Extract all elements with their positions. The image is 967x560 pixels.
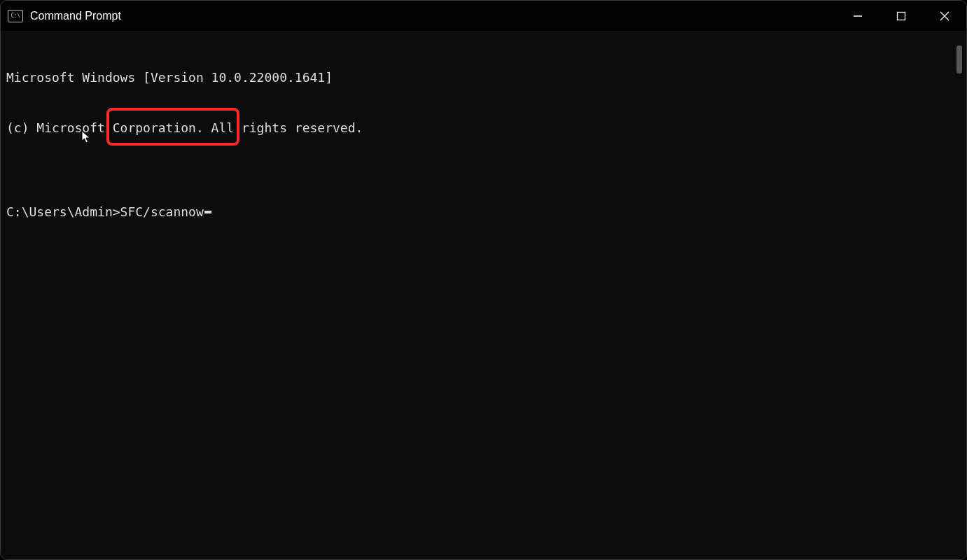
window-controls [836,1,966,31]
maximize-icon [896,11,906,21]
minimize-icon [853,11,863,21]
minimize-button[interactable] [836,1,879,31]
terminal-content[interactable]: Microsoft Windows [Version 10.0.22000.16… [1,31,966,559]
scrollbar-thumb[interactable] [956,46,962,74]
titlebar[interactable]: C:\ Command Prompt [1,1,966,31]
window-title: Command Prompt [30,10,121,22]
terminal-prompt: C:\Users\Admin> [6,204,120,220]
terminal-line-copyright: (c) Microsoft Corporation. All rights re… [6,120,961,136]
scrollbar-track[interactable] [955,2,965,558]
command-prompt-icon: C:\ [8,10,23,22]
close-icon [940,11,949,21]
command-prompt-window: C:\ Command Prompt [0,0,967,560]
svg-rect-1 [898,12,905,20]
app-icon-label: C:\ [11,13,20,19]
terminal-prompt-line: C:\Users\Admin>SFC/scannow [6,204,961,220]
titlebar-left: C:\ Command Prompt [8,10,121,22]
text-cursor [204,211,211,214]
terminal-command[interactable]: SFC/scannow [120,204,204,220]
terminal-line-version: Microsoft Windows [Version 10.0.22000.16… [6,69,961,86]
maximize-button[interactable] [879,1,923,31]
